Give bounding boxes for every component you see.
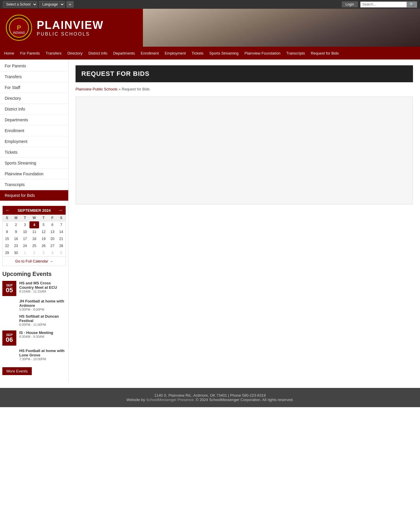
calendar-day[interactable]: 28 xyxy=(57,242,66,249)
main-nav-item-tickets[interactable]: Tickets xyxy=(189,47,206,60)
calendar-day[interactable]: 21 xyxy=(57,235,66,242)
translate-button[interactable]: + xyxy=(66,1,74,8)
sidebar-nav-item-request-for-bids[interactable]: Request for Bids xyxy=(0,190,68,201)
sidebar-nav-item-departments[interactable]: Departments xyxy=(0,115,68,125)
main-nav-item-departments[interactable]: Departments xyxy=(110,47,138,60)
calendar-day[interactable]: 19 xyxy=(39,235,48,242)
calendar-day[interactable]: 25 xyxy=(29,242,39,249)
event-group: SEP05HS and MS Cross Country Meet at ECU… xyxy=(2,281,66,326)
page-title: REQUEST FOR BIDS xyxy=(81,70,407,78)
sidebar-nav-item-plainview-foundation[interactable]: Plainview Foundation xyxy=(0,169,68,179)
calendar-day[interactable]: 18 xyxy=(29,235,39,242)
sidebar-nav: For ParentsTransfersFor StaffDirectoryDi… xyxy=(0,61,68,201)
school-subtitle: PUBLIC SCHOOLS xyxy=(37,32,104,37)
main-nav-item-sports-streaming[interactable]: Sports Streaming xyxy=(206,47,242,60)
calendar-day[interactable]: 11 xyxy=(29,228,39,235)
sidebar-nav-item-transcripts[interactable]: Transcripts xyxy=(0,179,68,190)
sidebar-nav-item-for-parents[interactable]: For Parents xyxy=(0,61,68,71)
calendar-day[interactable]: 12 xyxy=(39,228,48,235)
calendar-day[interactable]: 2 xyxy=(11,221,20,229)
event-info: HS Football at home with Lone Grove7:30P… xyxy=(19,349,66,361)
calendar-day[interactable]: 7 xyxy=(57,221,66,229)
event-time: 8:15AM - 11:15AM xyxy=(19,290,66,293)
calendar-prev-button[interactable]: ← xyxy=(6,208,10,213)
calendar-day[interactable]: 17 xyxy=(21,235,29,242)
sidebar-nav-item-transfers[interactable]: Transfers xyxy=(0,71,68,82)
calendar-day[interactable]: 5 xyxy=(39,221,48,229)
calendar-next-button[interactable]: → xyxy=(58,208,63,213)
calendar-day[interactable]: 14 xyxy=(57,228,66,235)
calendar-day[interactable]: 27 xyxy=(48,242,57,249)
calendar-day[interactable]: 29 xyxy=(3,249,11,256)
breadcrumb-home-link[interactable]: Plainview Public Schools xyxy=(76,87,118,91)
event-info: JH Football at home with Ardmore5:00PM -… xyxy=(19,299,66,311)
calendar-day[interactable]: 8 xyxy=(3,228,11,235)
calendar-day[interactable]: 1 xyxy=(21,249,29,256)
calendar-day[interactable]: 9 xyxy=(11,228,20,235)
sidebar-nav-item-district-info[interactable]: District Info xyxy=(0,104,68,115)
sidebar-nav-item-directory[interactable]: Directory xyxy=(0,93,68,104)
main-nav-item-employment[interactable]: Employment xyxy=(162,47,189,60)
full-calendar-link[interactable]: Go to Full Calendar → xyxy=(3,256,66,266)
event-item: HS Softball at Duncan Festival6:00PM - 1… xyxy=(2,314,66,326)
event-info: IS - House Meeting8:30AM - 9:30AM xyxy=(19,330,66,346)
calendar-table: SMTWTFS 12345678910111213141516171819202… xyxy=(3,215,66,256)
top-bar-left: Select a School Language + xyxy=(3,1,74,8)
login-button[interactable]: Login xyxy=(342,1,358,7)
calendar-header: ← SEPTEMBER 2024 → xyxy=(3,206,66,215)
calendar-day[interactable]: 6 xyxy=(48,221,57,229)
calendar-day[interactable]: 3 xyxy=(21,221,29,229)
event-group: SEP06IS - House Meeting8:30AM - 9:30AMHS… xyxy=(2,330,66,361)
main-content: REQUEST FOR BIDS Plainview Public School… xyxy=(69,60,420,382)
calendar-day[interactable]: 16 xyxy=(11,235,20,242)
cal-day-header: M xyxy=(11,215,20,221)
logo-svg: P INDIANS xyxy=(9,18,29,38)
event-time: 5:00PM - 8:00PM xyxy=(19,308,66,311)
calendar-day[interactable]: 24 xyxy=(21,242,29,249)
footer-credit-link[interactable]: SchoolMessenger Presence xyxy=(146,398,194,402)
calendar-day[interactable]: 23 xyxy=(11,242,20,249)
school-select[interactable]: Select a School xyxy=(3,1,37,8)
sidebar-calendar: ← SEPTEMBER 2024 → SMTWTFS 1234567891011… xyxy=(2,206,66,266)
calendar-day[interactable]: 15 xyxy=(3,235,11,242)
sidebar-nav-item-employment[interactable]: Employment xyxy=(0,136,68,147)
main-nav-item-transcripts[interactable]: Transcripts xyxy=(284,47,308,60)
main-nav-item-for-parents[interactable]: For Parents xyxy=(17,47,43,60)
sidebar-nav-item-enrollment[interactable]: Enrollment xyxy=(0,125,68,136)
calendar-day[interactable]: 30 xyxy=(11,249,20,256)
calendar-day[interactable]: 4 xyxy=(29,221,39,229)
calendar-day[interactable]: 26 xyxy=(39,242,48,249)
calendar-day[interactable]: 22 xyxy=(3,242,11,249)
sidebar-nav-item-tickets[interactable]: Tickets xyxy=(0,147,68,158)
main-nav-item-directory[interactable]: Directory xyxy=(64,47,85,60)
calendar-day[interactable]: 10 xyxy=(21,228,29,235)
event-item: SEP06IS - House Meeting8:30AM - 9:30AM xyxy=(2,330,66,346)
cal-day-header: T xyxy=(21,215,29,221)
sidebar-nav-item-for-staff[interactable]: For Staff xyxy=(0,82,68,93)
calendar-day[interactable]: 1 xyxy=(3,221,11,229)
event-item: JH Football at home with Ardmore5:00PM -… xyxy=(2,299,66,311)
search-input[interactable] xyxy=(360,1,407,8)
calendar-day[interactable]: 4 xyxy=(48,249,57,256)
event-day: 05 xyxy=(6,287,13,293)
main-nav-item-transfers[interactable]: Transfers xyxy=(43,47,64,60)
calendar-day[interactable]: 2 xyxy=(29,249,39,256)
calendar-day[interactable]: 5 xyxy=(57,249,66,256)
main-nav: HomeFor ParentsTransfersDirectoryDistric… xyxy=(0,47,420,60)
main-nav-item-home[interactable]: Home xyxy=(1,47,17,60)
footer-credit-prefix: Website by xyxy=(127,398,146,402)
calendar-day[interactable]: 3 xyxy=(39,249,48,256)
calendar-day[interactable]: 13 xyxy=(48,228,57,235)
main-nav-item-plainview-foundation[interactable]: Plainview Foundation xyxy=(242,47,284,60)
calendar-body: 1234567891011121314151617181920212223242… xyxy=(3,221,66,257)
calendar-month-year: SEPTEMBER 2024 xyxy=(18,208,50,213)
search-button[interactable]: 🔍 xyxy=(407,1,417,8)
main-nav-item-district-info[interactable]: District Info xyxy=(85,47,110,60)
sidebar-nav-item-sports-streaming[interactable]: Sports Streaming xyxy=(0,158,68,169)
main-nav-item-enrollment[interactable]: Enrollment xyxy=(138,47,162,60)
main-nav-item-request-for-bids[interactable]: Request for Bids xyxy=(308,47,342,60)
more-events-button[interactable]: More Events xyxy=(2,367,32,375)
event-day: 06 xyxy=(6,337,13,343)
language-select[interactable]: Language xyxy=(39,1,65,8)
calendar-day[interactable]: 20 xyxy=(48,235,57,242)
